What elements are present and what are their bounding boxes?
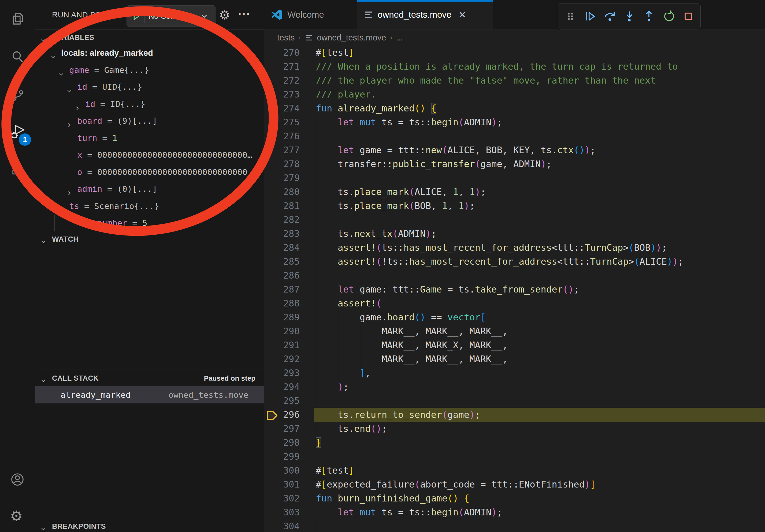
code-line[interactable]: 297 ts.end();	[264, 421, 765, 435]
code-line[interactable]: 298}	[264, 435, 765, 449]
line-number[interactable]: 273	[264, 87, 300, 101]
line-number[interactable]: 303	[264, 505, 300, 519]
line-number[interactable]: 283	[264, 227, 300, 241]
step-into-icon[interactable]	[622, 9, 637, 24]
toolbar-drag-handle[interactable]	[563, 9, 578, 24]
code-line[interactable]: 289 game.board() == vector[	[264, 310, 765, 324]
code-line[interactable]: 303 let mut ts = ts::begin(ADMIN);	[264, 505, 765, 519]
variables-section-header[interactable]: VARIABLES	[35, 30, 264, 45]
line-number[interactable]: 274	[264, 101, 300, 115]
code-line[interactable]: 293 ],	[264, 366, 765, 380]
code-line[interactable]: 300#[test]	[264, 463, 765, 477]
code-line[interactable]: 273/// player.	[264, 87, 765, 101]
variable-row[interactable]: x = 000000000000000000000000000000…	[35, 146, 264, 163]
code-line[interactable]: 286	[264, 268, 765, 282]
code-line[interactable]: 274fun already_marked() {	[264, 101, 765, 115]
line-number[interactable]: 296	[264, 408, 300, 421]
start-debug-icon[interactable]	[130, 10, 142, 22]
variable-row[interactable]: board = (9)[...]	[35, 113, 264, 130]
source-control-button[interactable]	[10, 87, 25, 102]
code-line[interactable]: 290 MARK__, MARK__, MARK__,	[264, 324, 765, 338]
code-line[interactable]: 294 );	[264, 380, 765, 394]
line-number[interactable]: 281	[264, 199, 300, 213]
call-stack-frame[interactable]: already_marked owned_tests.move	[35, 386, 264, 403]
stop-icon[interactable]	[681, 9, 696, 24]
line-number[interactable]: 278	[264, 157, 300, 171]
code-line[interactable]: 282	[264, 213, 765, 227]
line-number[interactable]: 301	[264, 477, 300, 491]
code-line[interactable]: 270#[test]	[264, 46, 765, 60]
line-number[interactable]: 304	[264, 519, 300, 532]
line-number[interactable]: 272	[264, 73, 300, 87]
line-number[interactable]: 288	[264, 296, 300, 310]
variable-row[interactable]: txn_number = 5	[35, 215, 264, 231]
code-line[interactable]: 301#[expected_failure(abort_code = ttt::…	[264, 477, 765, 491]
code-line[interactable]: 288 assert!(	[264, 296, 765, 310]
code-line[interactable]: 292 MARK__, MARK__, MARK__,	[264, 352, 765, 366]
code-line[interactable]: 284 assert!(ts::has_most_recent_for_addr…	[264, 241, 765, 254]
code-line[interactable]: 279	[264, 171, 765, 185]
chevron-right-icon[interactable]	[66, 117, 73, 130]
variable-row[interactable]: game = Game{...}	[35, 62, 264, 79]
line-number[interactable]: 289	[264, 310, 300, 324]
variable-row[interactable]: id = ID{...}	[35, 96, 264, 113]
variable-row[interactable]: turn = 1	[35, 130, 264, 146]
code-line[interactable]: 302fun burn_unfinished_game() {	[264, 491, 765, 505]
variable-row[interactable]: id = UID{...}	[35, 79, 264, 95]
variable-row[interactable]: admin = (0)[...]	[35, 180, 264, 197]
line-number[interactable]: 297	[264, 421, 300, 435]
code-line[interactable]: 271/// When a position is already marked…	[264, 60, 765, 73]
breadcrumb-item[interactable]: ...	[396, 33, 403, 43]
code-line[interactable]: 283 ts.next_tx(ADMIN);	[264, 227, 765, 241]
line-number[interactable]: 291	[264, 338, 300, 352]
line-number[interactable]: 298	[264, 435, 300, 449]
chevron-down-icon[interactable]	[66, 83, 73, 95]
step-over-icon[interactable]	[602, 9, 617, 24]
line-number[interactable]: 271	[264, 60, 300, 73]
step-out-icon[interactable]	[641, 9, 656, 24]
line-number[interactable]: 275	[264, 115, 300, 129]
line-number[interactable]: 279	[264, 171, 300, 185]
close-icon[interactable]: ✕	[458, 9, 466, 20]
line-number[interactable]: 300	[264, 463, 300, 477]
chevron-right-icon[interactable]	[74, 101, 81, 113]
tab-owned-tests[interactable]: owned_tests.move ✕	[357, 0, 493, 30]
code-line[interactable]: 296 ts.return_to_sender(game);	[264, 408, 765, 421]
line-number[interactable]: 286	[264, 268, 300, 282]
code-line[interactable]: 277 let game = ttt::new(ALICE, BOB, KEY,…	[264, 143, 765, 157]
code-line[interactable]: 281 ts.place_mark(BOB, 1, 1);	[264, 199, 765, 213]
settings-button[interactable]: ⚙	[10, 508, 25, 523]
code-line[interactable]: 276	[264, 129, 765, 143]
debug-settings-gear-icon[interactable]: ⚙	[219, 0, 230, 30]
code-line[interactable]: 280 ts.place_mark(ALICE, 1, 1);	[264, 185, 765, 199]
line-number[interactable]: 270	[264, 46, 300, 60]
code-line[interactable]: 275 let mut ts = ts::begin(ADMIN);	[264, 115, 765, 129]
line-number[interactable]: 284	[264, 241, 300, 254]
code-line[interactable]: 285 assert!(!ts::has_most_recent_for_add…	[264, 254, 765, 268]
chevron-down-icon[interactable]	[58, 202, 65, 215]
more-actions-icon[interactable]: ···	[238, 0, 251, 30]
line-number[interactable]: 285	[264, 254, 300, 268]
line-number[interactable]: 280	[264, 185, 300, 199]
variables-scope-row[interactable]: locals: already_marked	[35, 45, 264, 61]
restart-icon[interactable]	[661, 9, 676, 24]
line-number[interactable]: 295	[264, 394, 300, 408]
code-line[interactable]: 278 transfer::public_transfer(game, ADMI…	[264, 157, 765, 171]
explorer-button[interactable]	[10, 11, 25, 26]
breadcrumb-item[interactable]: tests	[277, 33, 295, 43]
line-number[interactable]: 302	[264, 491, 300, 505]
line-number[interactable]: 287	[264, 282, 300, 296]
variable-row[interactable]: ts = Scenario{...}	[35, 198, 264, 215]
line-number[interactable]: 293	[264, 366, 300, 380]
code-line[interactable]: 295	[264, 394, 765, 408]
line-number[interactable]: 282	[264, 213, 300, 227]
code-line[interactable]: 272/// the player who made the "false" m…	[264, 73, 765, 87]
line-number[interactable]: 292	[264, 352, 300, 366]
line-number[interactable]: 277	[264, 143, 300, 157]
line-number[interactable]: 299	[264, 449, 300, 463]
chevron-right-icon[interactable]	[66, 185, 73, 197]
chevron-down-icon[interactable]	[50, 49, 57, 61]
line-number[interactable]: 294	[264, 380, 300, 394]
continue-icon[interactable]	[582, 9, 597, 24]
watch-section-header[interactable]: WATCH	[35, 232, 264, 246]
